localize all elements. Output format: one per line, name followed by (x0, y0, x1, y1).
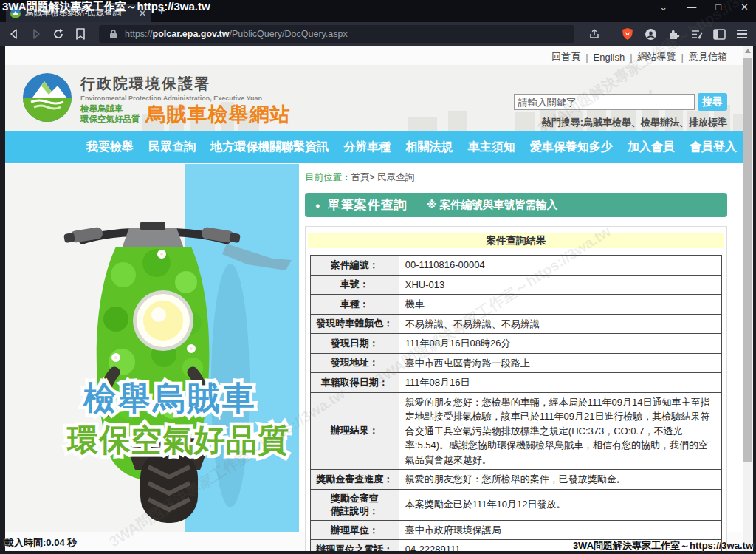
row-value: 臺中市政府環境保護局 (399, 520, 721, 540)
playlist-icon[interactable] (690, 27, 703, 41)
row-value: 親愛的朋友您好：您所檢舉的案件，已發放獎勵金。 (399, 470, 721, 490)
scrollbar-thumb[interactable] (743, 58, 752, 462)
nav-item[interactable]: 地方環保機關聯繫資訊 (210, 140, 329, 155)
row-value: 臺中市西屯區青海路一段路上 (399, 353, 721, 373)
row-value: 111年08月16日 (399, 373, 721, 393)
bullet-icon: ● (315, 201, 320, 210)
promo-banner: 檢舉烏賊車 環保空氣好品質 (5, 164, 299, 532)
row-label: 發現地址： (310, 353, 399, 373)
breadcrumb: 目前位置：首頁> 民眾查詢 (305, 171, 727, 184)
table-row: 車種：機車 (310, 295, 721, 315)
nav-item[interactable]: 會員登入 (690, 140, 737, 155)
row-value: 111年08月16日08時26分 (399, 334, 721, 354)
table-row: 車籍取得日期：111年08月16日 (310, 373, 721, 393)
utility-links: 回首頁|English|網站導覽|意見信箱 (551, 50, 727, 64)
lock-icon (106, 27, 120, 41)
utility-link[interactable]: 回首頁 (551, 50, 580, 64)
row-label: 獎勵金審查 備註說明： (310, 489, 399, 520)
nav-item[interactable]: 民眾查詢 (148, 140, 196, 155)
nav-item[interactable]: 分辨車種 (343, 140, 391, 155)
table-row: 辦理結果：親愛的朋友您好：您檢舉的車輛，經本局於111年09月14日通知車主至指… (310, 392, 721, 470)
table-row: 案件編號：00-1110816-00004 (310, 256, 721, 276)
maximize-button[interactable]: □ (715, 1, 721, 13)
link-separator: | (585, 52, 588, 63)
page-viewport: 回首頁|English|網站導覽|意見信箱 行政院環境保護署 (5, 46, 753, 551)
table-row: 發現時車體顏色：不易辨識、不易辨識、不易辨識 (310, 314, 721, 334)
profile-icon[interactable] (644, 27, 657, 41)
site-logo[interactable]: 行政院環境保護署 Environmental Protection Admini… (22, 72, 291, 125)
row-value: 00-1110816-00004 (399, 256, 721, 276)
utility-link[interactable]: English (594, 52, 625, 63)
table-row: 辦理單位：臺中市政府環境保護局 (310, 520, 721, 540)
site-title: 烏賊車檢舉網站 (146, 105, 291, 125)
row-label: 發現日期： (310, 334, 399, 354)
table-row: 車號：XHU-013 (310, 275, 721, 295)
scroll-up-icon[interactable] (745, 49, 751, 53)
scooter-tire (140, 451, 198, 523)
forward-icon[interactable] (30, 27, 43, 41)
reload-icon[interactable] (52, 27, 65, 41)
url-text: https://polcar.epa.gov.tw/PublicQuery/Do… (125, 29, 348, 39)
row-label: 車種： (310, 295, 399, 315)
watermark-bottom-right: 3WA問題解決專家工作室～https://3wa.tw (573, 539, 753, 553)
row-label: 獎勵金審查進度： (310, 470, 399, 490)
row-label: 車號： (310, 275, 399, 295)
row-label: 車籍取得日期： (310, 373, 399, 393)
row-label: 辦理結果： (310, 392, 399, 470)
page-scrollbar[interactable] (743, 46, 753, 551)
row-label: 辦理單位之電話： (310, 540, 399, 551)
table-row: 發現日期：111年08月16日08時26分 (310, 334, 721, 354)
share-icon[interactable] (588, 27, 601, 41)
utility-link[interactable]: 意見信箱 (689, 50, 727, 64)
back-icon[interactable] (7, 27, 21, 41)
utility-link[interactable]: 網站導覽 (638, 50, 676, 64)
hot-search-text: 熱門搜尋:烏賊車檢舉、檢舉辦法、排放標準 (542, 116, 727, 129)
tab-list-chevron-icon[interactable]: ⌄ (659, 1, 667, 13)
result-panel: 案件查詢結果 案件編號：00-1110816-00004車號：XHU-013車種… (305, 226, 727, 551)
nav-item[interactable]: 車主須知 (468, 140, 515, 155)
promo-line1: 檢舉烏賊車 (83, 380, 257, 416)
row-label: 案件編號： (310, 256, 399, 276)
url-bar[interactable]: https://polcar.epa.gov.tw/PublicQuery/Do… (99, 25, 574, 43)
table-row: 發現地址：臺中市西屯區青海路一段路上 (310, 353, 721, 373)
table-row: 獎勵金審查進度：親愛的朋友您好：您所檢舉的案件，已發放獎勵金。 (310, 470, 721, 490)
row-value: 不易辨識、不易辨識、不易辨識 (399, 314, 721, 334)
nav-item[interactable]: 愛車保養知多少 (530, 140, 613, 155)
row-value: 親愛的朋友您好：您檢舉的車輛，經本局於111年09月14日通知車主至指定地點接受… (399, 392, 721, 470)
watermark-load-time: 載入時間:0.04 秒 (4, 536, 77, 550)
nav-item[interactable]: 我要檢舉 (86, 140, 134, 155)
promo-line2: 環保空氣好品質 (66, 423, 289, 457)
sidebar-icon[interactable] (712, 27, 726, 41)
breadcrumb-label: 目前位置： (305, 172, 351, 182)
minimize-button[interactable]: — (687, 1, 696, 13)
table-row: 獎勵金審查 備註說明：本案獎勵金已於111年10月12日發放。 (310, 489, 721, 520)
row-label: 辦理單位： (310, 520, 399, 540)
org-name: 行政院環境保護署 (80, 74, 291, 94)
case-table: 案件編號：00-1110816-00004車號：XHU-013車種：機車發現時車… (310, 255, 722, 551)
org-name-en: Environmental Protection Administration,… (80, 95, 291, 102)
close-window-button[interactable]: ✕ (740, 1, 749, 13)
bookmark-icon[interactable] (74, 27, 87, 41)
search-input[interactable] (514, 94, 695, 110)
epa-logo-icon (22, 72, 72, 123)
nav-item[interactable]: 加入會員 (628, 140, 675, 155)
row-value: 本案獎勵金已於111年10月12日發放。 (399, 489, 721, 520)
row-value: XHU-013 (399, 275, 721, 295)
brave-shield-icon[interactable] (621, 27, 634, 41)
extensions-puzzle-icon[interactable] (667, 27, 680, 41)
browser-toolbar: https://polcar.epa.gov.tw/PublicQuery/Do… (0, 22, 756, 46)
link-separator: | (681, 52, 684, 63)
scooter-headlight (133, 290, 193, 351)
section-header: ● 單筆案件查詢 ※ 案件編號與車號皆需輸入 (305, 193, 727, 217)
breadcrumb-path[interactable]: 首頁> 民眾查詢 (351, 172, 415, 182)
search-button[interactable]: 搜尋 (698, 93, 727, 111)
row-value: 機車 (399, 295, 721, 315)
nav-item[interactable]: 相關法規 (406, 140, 453, 155)
site-header: 行政院環境保護署 Environmental Protection Admini… (5, 65, 753, 131)
main-content: 目前位置：首頁> 民眾查詢 ● 單筆案件查詢 ※ 案件編號與車號皆需輸入 案件查… (305, 168, 727, 551)
row-label: 發現時車體顏色： (310, 314, 399, 334)
toolbar-separator (611, 28, 611, 40)
logo-slogan: 檢舉烏賊車 環保空氣好品質 (80, 104, 140, 125)
content-area: 檢舉烏賊車 環保空氣好品質 目前位置：首頁> 民眾查詢 ● 單筆案件查詢 ※ 案… (5, 163, 753, 532)
menu-hamburger-icon[interactable] (735, 27, 749, 41)
